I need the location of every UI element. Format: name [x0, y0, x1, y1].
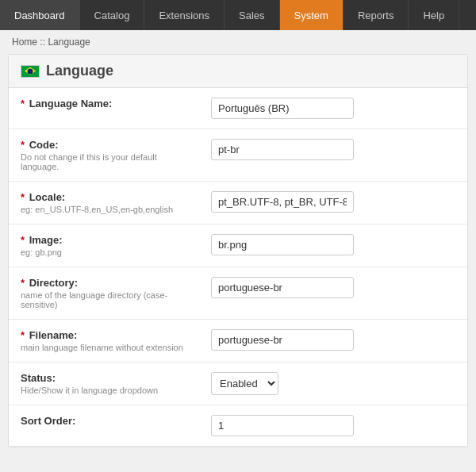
nav-reports[interactable]: Reports — [344, 0, 409, 30]
form-row-directory: * Directory:name of the language directo… — [9, 267, 467, 320]
input-sort-order[interactable] — [211, 415, 354, 436]
field-label-sort-order: Sort Order: — [21, 415, 187, 427]
select-status[interactable]: EnabledDisabled — [211, 372, 278, 395]
label-cell-status: Status:Hide/Show it in language dropdown — [9, 363, 199, 405]
label-cell-sort-order: Sort Order: — [9, 405, 199, 447]
input-cell-sort-order — [199, 405, 467, 447]
top-navigation: Dashboard Catalog Extensions Sales Syste… — [0, 0, 476, 30]
language-flag-icon — [21, 65, 40, 78]
input-cell-directory — [199, 267, 467, 320]
breadcrumb-current: Language — [48, 36, 90, 48]
input-language-name[interactable] — [211, 98, 354, 119]
form-row-code: * Code:Do not change if this is your def… — [9, 129, 467, 182]
input-cell-status: EnabledDisabled — [199, 363, 467, 405]
field-hint-status: Hide/Show it in language dropdown — [21, 386, 187, 395]
nav-sales[interactable]: Sales — [225, 0, 280, 30]
input-directory[interactable] — [211, 277, 354, 298]
field-label-image: * Image: — [21, 234, 187, 246]
input-cell-locale — [199, 182, 467, 224]
field-label-language-name: * Language Name: — [21, 98, 187, 109]
field-label-filename: * Filename: — [21, 329, 187, 341]
form-row-status: Status:Hide/Show it in language dropdown… — [9, 363, 467, 405]
field-label-directory: * Directory: — [21, 277, 187, 289]
nav-extensions[interactable]: Extensions — [144, 0, 225, 30]
form-row-locale: * Locale:eg: en_US.UTF-8,en_US,en-gb,eng… — [9, 182, 467, 224]
breadcrumb-separator: :: — [40, 36, 48, 48]
input-image[interactable] — [211, 234, 354, 255]
input-cell-code — [199, 129, 467, 182]
field-hint-image: eg: gb.png — [21, 248, 187, 257]
form-row-image: * Image:eg: gb.png — [9, 224, 467, 267]
breadcrumb: Home :: Language — [0, 30, 476, 54]
nav-dashboard[interactable]: Dashboard — [0, 0, 80, 30]
input-filename[interactable] — [211, 329, 354, 351]
input-code[interactable] — [211, 139, 354, 160]
field-hint-locale: eg: en_US.UTF-8,en_US,en-gb,english — [21, 205, 187, 214]
form-row-sort-order: Sort Order: — [9, 405, 467, 447]
breadcrumb-home[interactable]: Home — [12, 36, 37, 48]
panel-title: Language — [46, 63, 113, 79]
input-cell-language-name — [199, 88, 467, 129]
field-hint-filename: main language filename without extension — [21, 343, 187, 352]
label-cell-filename: * Filename:main language filename withou… — [9, 320, 199, 363]
input-locale[interactable] — [211, 191, 354, 213]
label-cell-language-name: * Language Name: — [9, 88, 199, 129]
nav-catalog[interactable]: Catalog — [80, 0, 145, 30]
field-label-locale: * Locale: — [21, 191, 187, 203]
nav-help[interactable]: Help — [409, 0, 459, 30]
form-row-filename: * Filename:main language filename withou… — [9, 320, 467, 363]
label-cell-directory: * Directory:name of the language directo… — [9, 267, 199, 320]
nav-system[interactable]: System — [280, 0, 344, 30]
form-row-language-name: * Language Name: — [9, 88, 467, 129]
panel-heading: Language — [9, 55, 467, 88]
field-label-status: Status: — [21, 372, 187, 384]
label-cell-image: * Image:eg: gb.png — [9, 224, 199, 267]
main-panel: Language * Language Name:* Code:Do not c… — [8, 54, 468, 447]
field-hint-directory: name of the language directory (case-sen… — [21, 290, 187, 309]
field-label-code: * Code: — [21, 139, 187, 151]
input-cell-filename — [199, 320, 467, 363]
field-hint-code: Do not change if this is your default la… — [21, 152, 187, 171]
language-form: * Language Name:* Code:Do not change if … — [9, 88, 467, 447]
label-cell-code: * Code:Do not change if this is your def… — [9, 129, 199, 182]
input-cell-image — [199, 224, 467, 267]
label-cell-locale: * Locale:eg: en_US.UTF-8,en_US,en-gb,eng… — [9, 182, 199, 224]
